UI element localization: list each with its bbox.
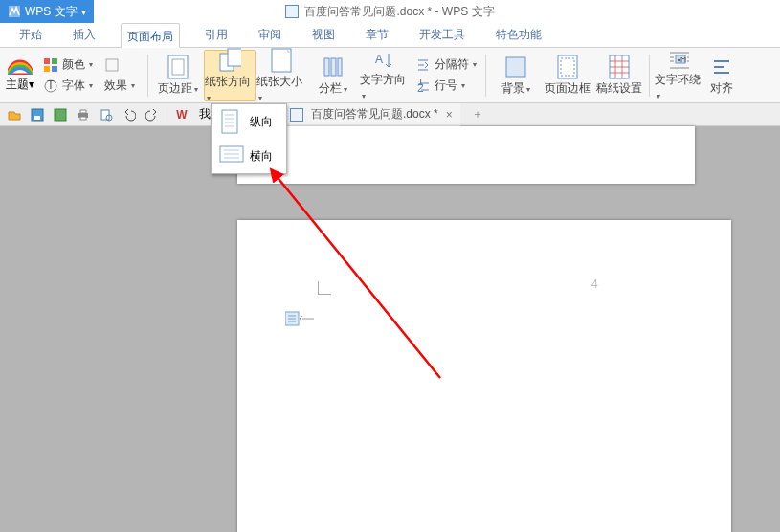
ribbon-tabs: 开始 插入 页面布局 引用 审阅 视图 章节 开发工具 特色功能 (0, 23, 780, 48)
svg-rect-15 (338, 58, 342, 76)
chevron-down-icon: ▾ (81, 7, 86, 17)
align-button[interactable]: 对齐 (705, 50, 738, 101)
blank-icon (104, 57, 120, 73)
svg-rect-26 (34, 116, 40, 120)
orientation-landscape[interactable]: 横向 (212, 139, 286, 173)
theme-fonts[interactable]: T字体▾ (38, 77, 98, 96)
theme-blank[interactable] (100, 55, 140, 75)
app-name: WPS 文字 (25, 4, 78, 20)
save-icon[interactable] (29, 106, 46, 123)
pageborder-icon (556, 55, 579, 79)
tab-special[interactable]: 特色功能 (490, 22, 547, 47)
svg-text:A: A (375, 53, 383, 66)
add-tab-button[interactable]: ＋ (466, 106, 489, 122)
svg-rect-33 (222, 110, 237, 133)
size-button[interactable]: 纸张大小▾ (256, 50, 307, 101)
svg-rect-13 (324, 58, 329, 76)
columns-icon (322, 55, 345, 79)
linenum-icon: 12 (415, 78, 431, 94)
document-tab[interactable]: 百度问答常见问题.docx * × (282, 103, 460, 126)
orientation-portrait[interactable]: 纵向 (212, 104, 286, 139)
document-canvas[interactable]: 4 (0, 126, 780, 532)
page-number: 4 (591, 277, 598, 291)
svg-rect-14 (331, 58, 336, 76)
tab-insert[interactable]: 插入 (67, 22, 101, 47)
grid-icon (608, 55, 631, 79)
tab-pagelayout[interactable]: 页面布局 (121, 23, 180, 48)
breaks-icon (415, 57, 431, 73)
doc-title: 百度问答常见问题.docx * - WPS 文字 (304, 4, 494, 20)
orientation-dropdown: 纵向 横向 (211, 103, 287, 174)
svg-rect-27 (55, 109, 66, 121)
undo-icon[interactable] (121, 106, 138, 123)
ribbon: 主题▾ 颜色▾ T字体▾ 效果▾ 页边距▾ 纸张方向▾ 纸张大小▾ 分栏▾ A … (0, 48, 780, 103)
open-icon[interactable] (6, 106, 23, 123)
margins-icon (167, 55, 189, 79)
tab-home[interactable]: 开始 (13, 22, 48, 47)
saveas-icon[interactable] (52, 106, 69, 123)
document-icon (290, 108, 303, 122)
svg-rect-29 (80, 110, 86, 113)
wrap-button[interactable]: 文字环绕▾ (654, 50, 705, 101)
portrait-icon (219, 109, 240, 134)
window-title: 百度问答常见问题.docx * - WPS 文字 (0, 0, 780, 23)
app-icon (8, 5, 21, 18)
svg-rect-7 (106, 59, 118, 71)
tab-chapter[interactable]: 章节 (360, 22, 394, 47)
align-icon (710, 55, 733, 79)
landscape-icon (219, 144, 240, 168)
color-grid-icon (43, 57, 58, 73)
svg-rect-1 (44, 58, 50, 64)
theme-colors[interactable]: 颜色▾ (38, 55, 98, 75)
font-icon: T (43, 78, 58, 94)
tab-view[interactable]: 视图 (306, 22, 341, 47)
svg-rect-30 (80, 117, 86, 120)
wps-logo-icon[interactable]: W (173, 106, 190, 123)
wrap-icon (668, 50, 691, 71)
columns-button[interactable]: 分栏▾ (307, 50, 359, 101)
app-menu[interactable]: WPS 文字 ▾ (0, 0, 94, 23)
size-icon (270, 48, 293, 73)
doctab-name: 百度问答常见问题.docx * (311, 106, 438, 122)
textdir-button[interactable]: A 文字方向▾ (359, 50, 411, 101)
printpreview-icon[interactable] (98, 106, 115, 123)
print-icon[interactable] (75, 106, 92, 123)
breaks-button[interactable]: 分隔符▾ (411, 55, 481, 75)
grid-button[interactable]: 稿纸设置 (593, 50, 645, 101)
tab-references[interactable]: 引用 (199, 22, 234, 47)
orientation-button[interactable]: 纸张方向▾ (204, 50, 256, 101)
page-corner-mark (318, 281, 331, 295)
page-current (237, 220, 731, 532)
background-icon (504, 55, 527, 79)
background-button[interactable]: 背景▾ (490, 50, 542, 101)
page-break-icon (285, 310, 331, 327)
themes-icon (8, 57, 33, 75)
svg-text:T: T (47, 79, 55, 92)
quick-access-toolbar: W 我 百度问答常见问题.docx * × ＋ (0, 103, 780, 126)
linenum-button[interactable]: 12行号▾ (411, 77, 481, 96)
document-icon (285, 5, 299, 18)
title-bar: WPS 文字 ▾ 百度问答常见问题.docx * - WPS 文字 (0, 0, 780, 23)
redo-icon[interactable] (144, 106, 161, 123)
svg-rect-19 (506, 57, 525, 77)
svg-rect-20 (558, 55, 577, 78)
tab-review[interactable]: 审阅 (253, 22, 287, 47)
svg-point-24 (678, 58, 680, 60)
theme-effects[interactable]: 效果▾ (100, 77, 140, 96)
themes-label: 主题 (6, 78, 29, 91)
pageborder-button[interactable]: 页面边框 (542, 50, 593, 101)
svg-rect-4 (52, 66, 57, 72)
svg-rect-11 (228, 49, 241, 66)
tab-devtools[interactable]: 开发工具 (413, 22, 471, 47)
svg-rect-2 (52, 58, 57, 64)
margins-button[interactable]: 页边距▾ (152, 50, 204, 101)
page-prev-bottom (237, 126, 695, 184)
close-tab-icon[interactable]: × (446, 108, 453, 122)
svg-rect-3 (44, 66, 50, 72)
textdir-icon: A (373, 50, 396, 71)
orientation-icon (218, 48, 241, 73)
